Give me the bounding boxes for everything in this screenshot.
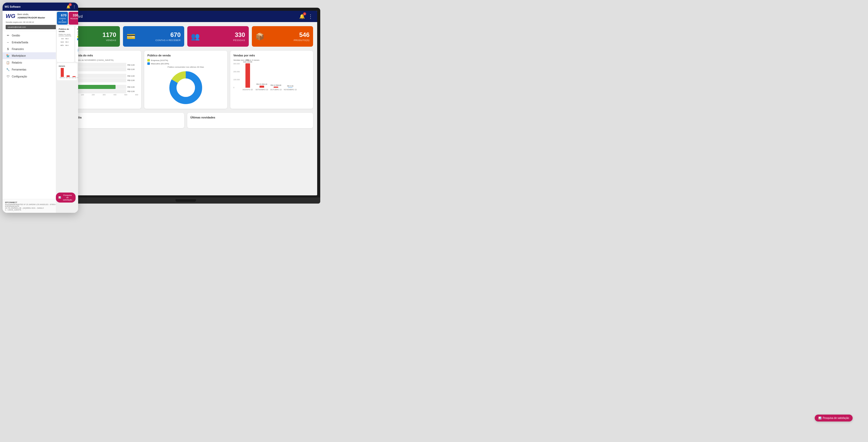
marketplace-icon: 🏪 xyxy=(6,54,10,57)
tablet-device: WG Software 🔔 5 ⋮ WG Bem vindo, ADMINIST… xyxy=(3,3,78,213)
months-chart: 300.000 200.000 100.000 0 R$ 318.115,59 xyxy=(234,63,310,90)
produtos-number: 546 xyxy=(293,31,309,38)
masculino-legend-label: Masculino (83.33%) xyxy=(151,63,169,65)
pesquisa-icon: 📊 xyxy=(58,196,61,199)
stat-right-vendas: 1170 VENDAS xyxy=(102,31,116,41)
setembro-value: R$ 22.636,16 xyxy=(256,83,267,85)
vendas-number: 1170 xyxy=(102,31,116,38)
legend-empresa: Empresa (16.67%) xyxy=(147,59,169,62)
ultimas-novidades-card: Últimas novidades xyxy=(187,113,313,128)
tablet-donut-svg xyxy=(77,41,78,59)
ultimas-novidades-title: Últimas novidades xyxy=(190,116,310,119)
sidebar-item-ferramentas-label: Ferramentas xyxy=(12,68,26,71)
bar-semana-out xyxy=(72,78,126,82)
publico-venda-title: Público de venda xyxy=(147,54,224,57)
produtos-label: PRODUTO(S) xyxy=(293,39,309,41)
tablet-app-name: WG Software xyxy=(5,5,21,8)
bar-dia-out xyxy=(72,67,126,71)
configuracao-icon: 🛡 xyxy=(6,75,10,78)
header-actions: 🔔 1 ⋮ xyxy=(299,13,313,20)
stat-card-pessoas[interactable]: 👥 330 PESSOAS xyxy=(187,26,249,47)
dashboard-header: ☰ Dashboard 🔔 1 ⋮ xyxy=(54,11,317,22)
donut-legend: Empresa (16.67%) Masculino (83.33%) xyxy=(147,59,169,65)
sidebar-welcome: Bem vindo, ADMINISTRADOR Master xyxy=(18,13,45,19)
publico-subtitle: Público consumidor nos últimos 30 Dias xyxy=(167,66,204,68)
vendas-dia-title: Vendas por dia xyxy=(61,116,181,119)
wg-logo: WG xyxy=(6,13,16,20)
outubro-label: OUTUBRO 22 xyxy=(270,89,282,90)
stat-right-produtos: 546 PRODUTO(S) xyxy=(293,31,309,41)
months-chart-inner: 300.000 200.000 100.000 0 R$ 318.115,59 xyxy=(234,63,310,90)
publico-venda-card: Público de venda Empresa (16.67%) Mascul… xyxy=(144,51,227,109)
contas-label: CONTAS A RECEBER xyxy=(156,39,181,41)
dashboard-content: 🛒 1170 VENDAS 💳 670 CONTAS A RECEBER xyxy=(54,22,317,195)
tablet-charts-row: Público de venda Público de venda (CAIXA… xyxy=(57,26,77,62)
contas-number: 670 xyxy=(156,31,181,38)
tablet-stat-pessoas: 330 PESSOAS xyxy=(69,12,78,25)
tablet-stat-contas: 670 CONTAS A RECEBER xyxy=(57,12,68,25)
tablet-publico-card: Público de venda Público de venda (CAIXA… xyxy=(57,26,74,62)
tablet-pesquisa-button[interactable]: 📊 Pesquisa de satisfação xyxy=(56,193,75,203)
outubro-bar xyxy=(274,87,278,88)
stat-right-contas: 670 CONTAS A RECEBER xyxy=(156,31,181,41)
sidebar-item-entrada-saida-label: Entrada/Saída xyxy=(12,41,28,44)
sidebar-item-financeiro-label: Financeiro xyxy=(12,48,24,51)
bar-mes-out xyxy=(72,89,126,93)
outubro-value: R$ 12.598,80 xyxy=(271,84,281,86)
dashboard-notification-badge: 1 xyxy=(303,12,306,16)
agosto-label: AGOSTO 22 xyxy=(243,89,253,90)
vendas-label: VENDAS xyxy=(102,39,116,41)
financeiro-icon: $ xyxy=(6,48,10,51)
tablet-months-card: meses AGO 22 SET 22 OUT 22 NOV 22 xyxy=(57,63,77,80)
laptop-notch xyxy=(176,199,196,202)
donut-container: Empresa (16.67%) Masculino (83.33%) Públ… xyxy=(147,59,224,106)
stat-card-produtos[interactable]: 📦 546 PRODUTO(S) xyxy=(252,26,313,47)
bar-semana-in xyxy=(72,74,126,78)
dashboard-title: Dashboard xyxy=(65,14,299,19)
pessoas-number: 330 xyxy=(233,31,245,38)
laptop-screen: ☰ Dashboard 🔔 1 ⋮ 🛒 1170 xyxy=(54,11,317,195)
ferramentas-icon: 🔧 xyxy=(6,68,10,71)
masculino-legend-dot xyxy=(147,62,150,65)
bottom-row: Vendas por dia Últimas novidades xyxy=(58,113,313,128)
pessoas-label: PESSOAS xyxy=(233,39,245,41)
pessoas-icon: 👥 xyxy=(191,32,200,41)
stats-row: 🛒 1170 VENDAS 💳 670 CONTAS A RECEBER xyxy=(58,26,313,47)
entrada-saida-icon: ↔ xyxy=(6,41,10,44)
laptop-base xyxy=(51,198,320,204)
laptop-body: ☰ Dashboard 🔔 1 ⋮ 🛒 1170 xyxy=(51,8,320,198)
tablet-notification-badge: 5 xyxy=(69,3,72,6)
tablet-stats-row: 670 CONTAS A RECEBER 330 PESSOAS 546 PRO… xyxy=(57,12,77,25)
sidebar-item-relatorio-label: Relatório xyxy=(12,61,22,64)
tablet-donut-card: Público de venda Público consumidor nos … xyxy=(75,26,78,62)
bar-dia-in xyxy=(72,63,126,67)
novembro-bar xyxy=(288,87,292,88)
gestao-icon: ✏ xyxy=(6,34,10,37)
legend-masculino: Masculino (83.33%) xyxy=(147,62,169,65)
setembro-bar xyxy=(259,86,264,88)
dashboard-menu-dots[interactable]: ⋮ xyxy=(308,13,313,20)
empresa-legend-dot xyxy=(147,59,150,62)
donut-chart-svg xyxy=(168,70,204,106)
bar-mes-in xyxy=(72,85,126,89)
stat-card-contas[interactable]: 💳 670 CONTAS A RECEBER xyxy=(123,26,184,47)
vendas-mes-card: Vendas por mês Vendas nos últimos 4 mese… xyxy=(230,51,313,109)
months-bars: R$ 318.115,59 AGOSTO 22 R$ 22.636,16 SET… xyxy=(241,65,298,90)
charts-row: Entrada e saída do mês Movimento finance… xyxy=(58,51,313,109)
tablet-notification-bell[interactable]: 🔔 5 xyxy=(66,4,70,9)
agosto-value: R$ 318.115,59 xyxy=(242,59,253,63)
bar-agosto: R$ 318.115,59 AGOSTO 22 xyxy=(242,59,253,90)
empresa-legend-label: Empresa (16.67%) xyxy=(151,59,168,62)
months-y-labels: 300.000 200.000 100.000 0 xyxy=(234,63,240,88)
novembro-value: R$ 0,00 xyxy=(287,85,293,87)
relatorio-icon: 📋 xyxy=(6,61,10,64)
setembro-label: SETEMBRO 22 xyxy=(255,89,268,90)
tablet-menu-dots[interactable]: ⋮ xyxy=(72,5,76,9)
sidebar-item-gestao-label: Gestão xyxy=(12,34,20,37)
laptop-device: ☰ Dashboard 🔔 1 ⋮ 🛒 1170 xyxy=(51,8,320,208)
svg-point-5 xyxy=(177,79,195,97)
sidebar-item-configuracao-label: Configuração xyxy=(12,75,27,78)
bar-outubro: R$ 12.598,80 OUTUBRO 22 xyxy=(270,84,282,90)
dashboard-notification-bell[interactable]: 🔔 1 xyxy=(299,13,305,19)
produtos-icon: 📦 xyxy=(255,32,265,41)
